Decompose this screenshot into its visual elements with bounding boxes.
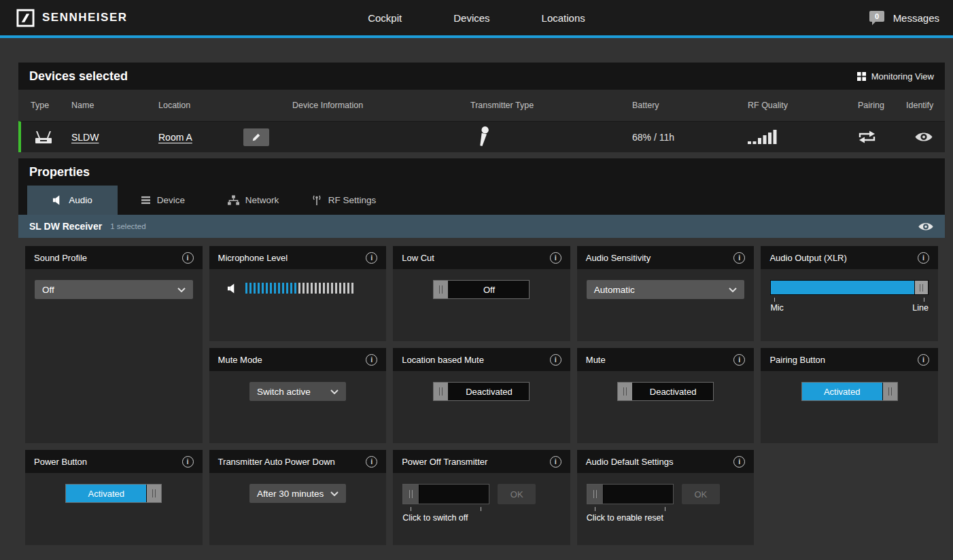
slider-handle[interactable]: [914, 281, 928, 294]
col-pairing: Pairing: [858, 101, 906, 110]
device-location-link[interactable]: Room A: [158, 132, 192, 143]
info-icon[interactable]: [918, 354, 929, 366]
power-button-value: Activated: [66, 485, 146, 502]
edit-location-button[interactable]: [243, 128, 269, 146]
col-battery: Battery: [632, 101, 748, 110]
card-low-cut: Low Cut Off: [393, 246, 570, 341]
microphone-icon: [470, 125, 632, 150]
microphone-level-title: Microphone Level: [218, 253, 288, 263]
app-header: SENNHEISER Cockpit Devices Locations 0 M…: [0, 0, 953, 38]
info-icon[interactable]: [366, 456, 377, 468]
low-cut-toggle[interactable]: Off: [433, 280, 530, 299]
properties-title: Properties: [29, 165, 90, 179]
audio-sensitivity-dropdown[interactable]: Automatic: [587, 280, 745, 299]
pairing-button-toggle[interactable]: Activated: [801, 382, 898, 401]
nav-cockpit[interactable]: Cockpit: [368, 12, 402, 24]
card-mute: Mute Deactivated: [577, 348, 755, 443]
power-button-toggle[interactable]: Activated: [65, 484, 162, 503]
toggle-handle[interactable]: [882, 383, 897, 400]
audio-default-settings-title: Audio Default Settings: [586, 457, 674, 467]
card-mute-mode: Mute Mode Switch active: [209, 348, 387, 443]
device-name-link[interactable]: SLDW: [71, 132, 158, 143]
nav-locations[interactable]: Locations: [542, 12, 585, 24]
tab-network[interactable]: Network: [208, 186, 298, 215]
receiver-icon: [31, 130, 71, 145]
monitoring-view-button[interactable]: Monitoring View: [857, 71, 934, 82]
properties-tabs: Audio Device: [18, 186, 945, 215]
power-off-transmitter-title: Power Off Transmitter: [402, 457, 487, 467]
slider-handle[interactable]: [403, 485, 419, 504]
audio-output-max-label: Line: [912, 303, 929, 313]
info-icon[interactable]: [182, 252, 194, 264]
col-identify: Identify: [906, 101, 945, 110]
info-icon[interactable]: [366, 354, 377, 366]
audio-default-settings-slider[interactable]: [587, 484, 674, 504]
nav-devices[interactable]: Devices: [453, 12, 489, 24]
col-transmitter-type: Transmitter Type: [470, 101, 632, 110]
rf-quality-icon: [748, 130, 858, 145]
card-sound-profile: Sound Profile Off: [25, 246, 203, 443]
location-based-mute-value: Deactivated: [449, 383, 529, 400]
audio-output-min-label: Mic: [770, 303, 783, 313]
info-icon[interactable]: [733, 354, 745, 366]
card-audio-sensitivity: Audio Sensitivity Automatic: [577, 246, 755, 341]
audio-output-slider[interactable]: [770, 280, 929, 295]
toggle-handle[interactable]: [618, 383, 633, 400]
audio-sensitivity-title: Audio Sensitivity: [586, 253, 651, 263]
info-icon[interactable]: [550, 252, 561, 264]
card-location-based-mute: Location based Mute Deactivated: [393, 348, 570, 443]
audio-output-title: Audio Output (XLR): [769, 253, 846, 263]
transmitter-apd-title: Transmitter Auto Power Down: [218, 457, 335, 467]
pairing-button-value: Activated: [802, 383, 882, 400]
toggle-handle[interactable]: [434, 383, 449, 400]
info-icon[interactable]: [733, 456, 745, 468]
slider-handle[interactable]: [587, 485, 604, 504]
location-based-mute-toggle[interactable]: Deactivated: [433, 382, 530, 401]
audio-default-ok-button[interactable]: OK: [682, 484, 720, 504]
info-icon[interactable]: [550, 354, 561, 366]
battery-value: 68% / 11h: [632, 132, 748, 143]
tab-audio-label: Audio: [69, 195, 92, 205]
mute-mode-dropdown[interactable]: Switch active: [249, 382, 346, 401]
card-audio-default-settings: Audio Default Settings OK Click to enabl…: [577, 450, 755, 545]
properties-header: Properties: [18, 158, 945, 186]
mic-level-meter: [219, 283, 377, 294]
info-icon[interactable]: [366, 252, 377, 264]
sound-profile-title: Sound Profile: [34, 253, 87, 263]
sound-profile-dropdown[interactable]: Off: [35, 280, 193, 299]
card-audio-output-xlr: Audio Output (XLR) Mic Line: [761, 246, 938, 341]
tab-audio[interactable]: Audio: [27, 186, 118, 215]
col-rf-quality: RF Quality: [748, 101, 858, 110]
toggle-handle[interactable]: [434, 281, 449, 298]
power-off-ok-button[interactable]: OK: [498, 484, 536, 504]
card-power-off-transmitter: Power Off Transmitter OK Click to switch…: [393, 450, 570, 545]
chevron-down-icon: [330, 389, 339, 394]
card-transmitter-auto-power-down: Transmitter Auto Power Down After 30 min…: [209, 450, 387, 545]
main-nav: Cockpit Devices Locations: [368, 12, 585, 24]
pairing-icon[interactable]: [858, 129, 906, 145]
toggle-handle[interactable]: [146, 485, 161, 502]
chevron-down-icon: [177, 287, 186, 292]
info-icon[interactable]: [733, 252, 745, 264]
svg-text:0: 0: [875, 12, 879, 20]
receiver-eye-icon[interactable]: [918, 222, 934, 232]
chevron-down-icon: [729, 287, 737, 292]
slider-ticks: [770, 295, 929, 302]
tab-rf-settings[interactable]: RF Settings: [298, 186, 389, 215]
receiver-title: SL DW Receiver: [29, 221, 102, 232]
tab-device[interactable]: Device: [118, 186, 208, 215]
power-off-hint: Click to switch off: [402, 513, 561, 523]
slider-ticks: [587, 504, 674, 511]
power-off-transmitter-slider[interactable]: [402, 484, 489, 504]
identify-eye-icon[interactable]: [906, 131, 945, 143]
info-icon[interactable]: [918, 252, 929, 264]
card-power-button: Power Button Activated: [25, 450, 203, 545]
col-location: Location: [158, 101, 292, 110]
monitoring-grid-icon: [857, 72, 866, 81]
mute-toggle[interactable]: Deactivated: [617, 382, 714, 401]
messages-button[interactable]: 0 Messages: [869, 10, 953, 26]
tab-device-label: Device: [157, 195, 185, 205]
info-icon[interactable]: [182, 456, 194, 468]
info-icon[interactable]: [550, 456, 561, 468]
transmitter-apd-dropdown[interactable]: After 30 minutes: [249, 484, 346, 503]
